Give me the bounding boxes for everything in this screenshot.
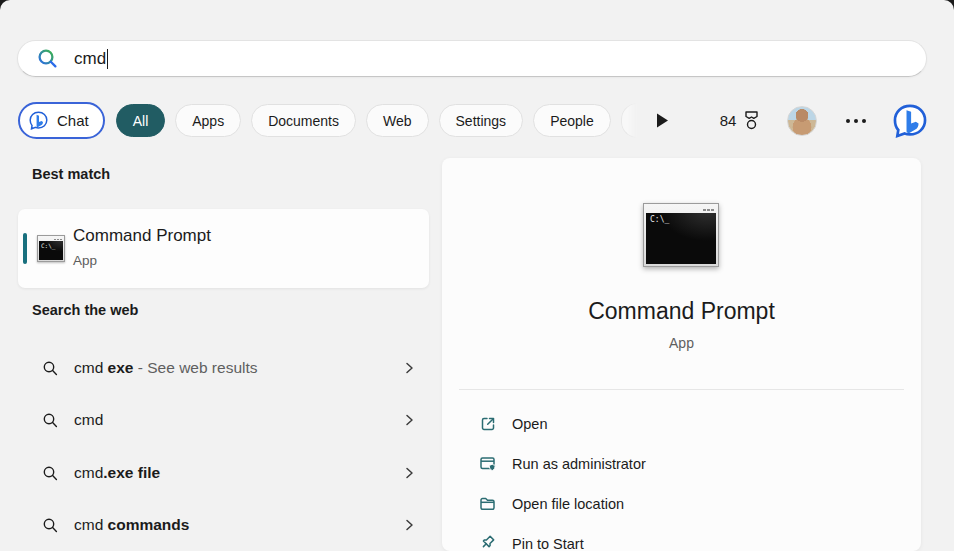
suggestion-text: cmd <box>74 411 103 429</box>
action-run-as-admin[interactable]: Run as administrator <box>442 444 921 484</box>
search-icon <box>36 47 59 70</box>
action-label: Run as administrator <box>512 456 646 472</box>
chevron-right-icon <box>402 466 416 480</box>
detail-subtitle: App <box>442 335 921 351</box>
divider <box>459 389 904 390</box>
web-suggestion[interactable]: cmd exe - See web results <box>18 342 430 394</box>
more-options-button[interactable] <box>841 114 871 128</box>
chevron-right-icon <box>402 361 416 375</box>
play-button[interactable] <box>651 108 674 133</box>
tab-web[interactable]: Web <box>366 104 429 137</box>
best-match-title: Command Prompt <box>73 226 211 246</box>
bing-chat-button[interactable] <box>891 102 929 140</box>
filter-bar: Chat All Apps Documents Web Settings Peo… <box>18 100 940 141</box>
search-icon <box>42 517 59 534</box>
open-external-icon <box>478 414 498 434</box>
suggestion-text: cmd.exe file <box>74 464 160 482</box>
best-match-subtitle: App <box>73 253 97 268</box>
action-label: Open <box>512 416 547 432</box>
action-pin-to-start[interactable]: Pin to Start <box>442 524 921 551</box>
partial-filter-pill <box>621 103 637 138</box>
action-list: Open Run as administrator <box>442 404 921 551</box>
search-input[interactable]: cmd <box>17 40 927 77</box>
best-match-heading: Best match <box>32 166 110 182</box>
best-match-result[interactable]: C:\_ Command Prompt App <box>18 209 429 288</box>
action-open[interactable]: Open <box>442 404 921 444</box>
tab-chat-label: Chat <box>57 112 89 129</box>
folder-icon <box>478 494 498 514</box>
bing-icon <box>891 102 929 140</box>
user-avatar[interactable] <box>787 106 817 136</box>
windows-search-window: cmd Chat All Apps Documents Web Settings… <box>0 0 954 551</box>
admin-shield-icon <box>478 454 498 474</box>
suggestion-text: cmd commands <box>74 516 189 534</box>
tab-documents[interactable]: Documents <box>251 104 356 137</box>
ellipsis-icon <box>845 118 867 124</box>
pin-icon <box>478 534 498 551</box>
action-label: Open file location <box>512 496 624 512</box>
web-suggestion[interactable]: cmd <box>18 394 430 446</box>
trophy-icon <box>742 110 761 131</box>
web-suggestion[interactable]: cmd commands <box>18 499 430 551</box>
command-prompt-icon-large: C:\_ <box>643 203 719 267</box>
result-detail-panel: C:\_ Command Prompt App Open <box>442 158 921 551</box>
tab-apps[interactable]: Apps <box>175 104 241 137</box>
action-label: Pin to Start <box>512 536 584 551</box>
web-suggestion[interactable]: cmd.exe file <box>18 447 430 499</box>
tab-all[interactable]: All <box>116 104 166 137</box>
search-web-heading: Search the web <box>32 302 138 318</box>
text-cursor <box>107 49 108 69</box>
rewards-counter[interactable]: 84 <box>720 110 762 131</box>
tab-settings[interactable]: Settings <box>439 104 524 137</box>
search-query-text: cmd <box>74 49 106 69</box>
chevron-right-icon <box>402 413 416 427</box>
action-open-file-location[interactable]: Open file location <box>442 484 921 524</box>
search-icon <box>42 465 59 482</box>
detail-title: Command Prompt <box>442 298 921 325</box>
tab-people[interactable]: People <box>533 104 611 137</box>
rewards-points: 84 <box>720 112 737 129</box>
bing-chat-icon <box>28 110 49 131</box>
tab-chat[interactable]: Chat <box>18 102 105 139</box>
search-icon <box>42 412 59 429</box>
selection-indicator <box>23 233 27 264</box>
suggestion-text: cmd exe - See web results <box>74 359 258 377</box>
play-icon <box>655 112 670 129</box>
command-prompt-icon: C:\_ <box>37 235 65 262</box>
chevron-right-icon <box>402 518 416 532</box>
search-icon <box>42 360 59 377</box>
